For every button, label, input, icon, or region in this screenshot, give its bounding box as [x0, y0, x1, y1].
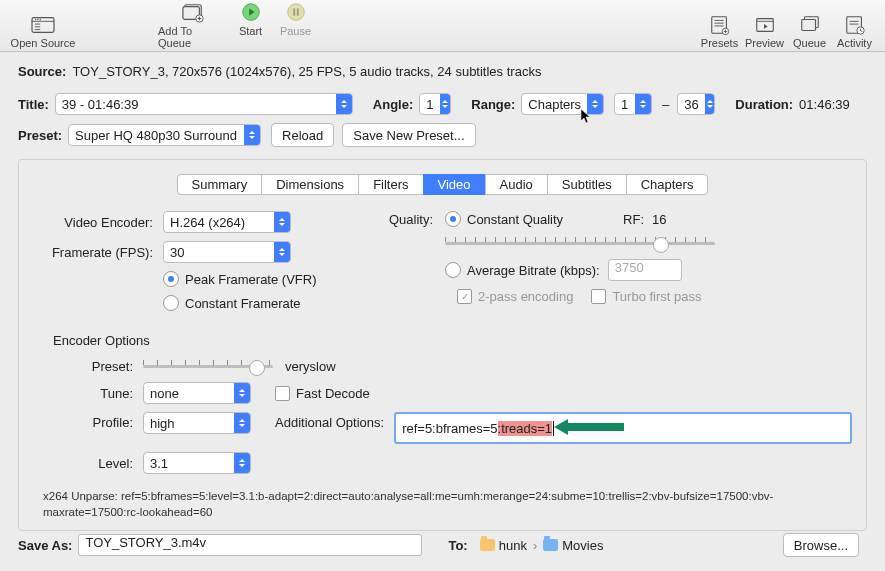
range-sep: –: [662, 97, 669, 112]
framerate-select[interactable]: 30: [163, 241, 291, 263]
tab-summary[interactable]: Summary: [177, 174, 263, 195]
addl-options-label: Additional Options:: [275, 415, 384, 430]
preview-label: Preview: [745, 37, 784, 49]
two-pass-checkbox: [457, 289, 472, 304]
open-source-button[interactable]: Open Source: [8, 14, 78, 49]
enc-preset-label: Preset:: [63, 359, 133, 374]
path-sep: ›: [533, 538, 537, 553]
preset-label: Preset:: [18, 128, 62, 143]
tune-label: Tune:: [63, 386, 133, 401]
svg-point-3: [37, 19, 38, 20]
video-encoder-select[interactable]: H.264 (x264): [163, 211, 291, 233]
range-from-select[interactable]: 1: [614, 93, 652, 115]
start-button[interactable]: Start: [228, 2, 273, 49]
quality-slider[interactable]: [445, 235, 715, 251]
fast-decode-label: Fast Decode: [296, 386, 370, 401]
tab-subtitles[interactable]: Subtitles: [547, 174, 627, 195]
duration-value: 01:46:39: [799, 97, 850, 112]
path-segment-2[interactable]: Movies: [562, 538, 603, 553]
profile-select[interactable]: high: [143, 412, 251, 434]
title-select[interactable]: 39 - 01:46:39: [55, 93, 353, 115]
source-value: TOY_STORY_3, 720x576 (1024x576), 25 FPS,…: [72, 64, 541, 79]
peak-framerate-label: Peak Framerate (VFR): [185, 272, 316, 287]
video-encoder-label: Video Encoder:: [33, 215, 153, 230]
encoder-options-title: Encoder Options: [53, 333, 852, 348]
add-to-queue-button[interactable]: Add To Queue: [158, 2, 228, 49]
rf-value: 16: [652, 212, 666, 227]
tab-dimensions[interactable]: Dimensions: [261, 174, 359, 195]
framerate-label: Framerate (FPS):: [33, 245, 153, 260]
quality-label: Quality:: [373, 212, 433, 227]
tab-chapters[interactable]: Chapters: [626, 174, 709, 195]
title-label: Title:: [18, 97, 49, 112]
enc-preset-slider[interactable]: [143, 358, 273, 374]
constant-quality-label: Constant Quality: [467, 212, 563, 227]
tab-audio[interactable]: Audio: [485, 174, 548, 195]
range-type-select[interactable]: Chapters: [521, 93, 604, 115]
rf-label: RF:: [623, 212, 644, 227]
turbo-checkbox: [591, 289, 606, 304]
presets-label: Presets: [701, 37, 738, 49]
preview-button[interactable]: Preview: [742, 14, 787, 49]
pause-button: Pause: [273, 2, 318, 49]
constant-framerate-label: Constant Framerate: [185, 296, 301, 311]
queue-label: Queue: [793, 37, 826, 49]
source-label: Source:: [18, 64, 66, 79]
pause-label: Pause: [280, 25, 311, 37]
queue-button[interactable]: Queue: [787, 14, 832, 49]
reload-button[interactable]: Reload: [271, 123, 334, 147]
svg-point-4: [40, 19, 41, 20]
constant-framerate-radio[interactable]: [163, 295, 179, 311]
start-label: Start: [239, 25, 262, 37]
turbo-label: Turbo first pass: [612, 289, 701, 304]
add-queue-label: Add To Queue: [158, 25, 228, 49]
tab-filters[interactable]: Filters: [358, 174, 423, 195]
two-pass-label: 2-pass encoding: [478, 289, 573, 304]
x264-unparse: x264 Unparse: ref=5:bframes=5:level=3.1:…: [33, 488, 852, 520]
svg-point-15: [287, 4, 304, 21]
range-to-select[interactable]: 36: [677, 93, 715, 115]
duration-label: Duration:: [735, 97, 793, 112]
presets-button[interactable]: Presets: [697, 14, 742, 49]
save-as-label: Save As:: [18, 538, 72, 553]
avg-bitrate-radio[interactable]: [445, 262, 461, 278]
open-source-label: Open Source: [11, 37, 76, 49]
constant-quality-radio[interactable]: [445, 211, 461, 227]
browse-button[interactable]: Browse...: [783, 533, 859, 557]
tab-video[interactable]: Video: [423, 174, 486, 195]
preset-select[interactable]: Super HQ 480p30 Surround: [68, 124, 261, 146]
to-label: To:: [448, 538, 467, 553]
path-segment-1[interactable]: hunk: [499, 538, 527, 553]
svg-rect-27: [801, 20, 815, 31]
angle-label: Angle:: [373, 97, 413, 112]
enc-preset-value: veryslow: [285, 359, 336, 374]
additional-options-input[interactable]: ref=5:bframes=5:treads=1: [394, 412, 852, 444]
fast-decode-checkbox[interactable]: [275, 386, 290, 401]
folder-movies-icon: [543, 539, 558, 551]
peak-framerate-radio[interactable]: [163, 271, 179, 287]
save-new-preset-button[interactable]: Save New Preset...: [342, 123, 475, 147]
folder-home-icon: [480, 539, 495, 551]
tabs: Summary Dimensions Filters Video Audio S…: [33, 174, 852, 195]
activity-button[interactable]: Activity: [832, 14, 877, 49]
svg-rect-16: [293, 8, 295, 15]
range-label: Range:: [471, 97, 515, 112]
profile-label: Profile:: [63, 415, 133, 430]
svg-rect-17: [296, 8, 298, 15]
level-select[interactable]: 3.1: [143, 452, 251, 474]
bitrate-input: 3750: [608, 259, 682, 281]
activity-label: Activity: [837, 37, 872, 49]
tune-select[interactable]: none: [143, 382, 251, 404]
svg-marker-25: [764, 24, 768, 29]
avg-bitrate-label: Average Bitrate (kbps):: [467, 263, 600, 278]
svg-point-2: [35, 19, 36, 20]
level-label: Level:: [63, 456, 133, 471]
save-as-input[interactable]: TOY_STORY_3.m4v: [78, 534, 422, 556]
angle-select[interactable]: 1: [419, 93, 451, 115]
